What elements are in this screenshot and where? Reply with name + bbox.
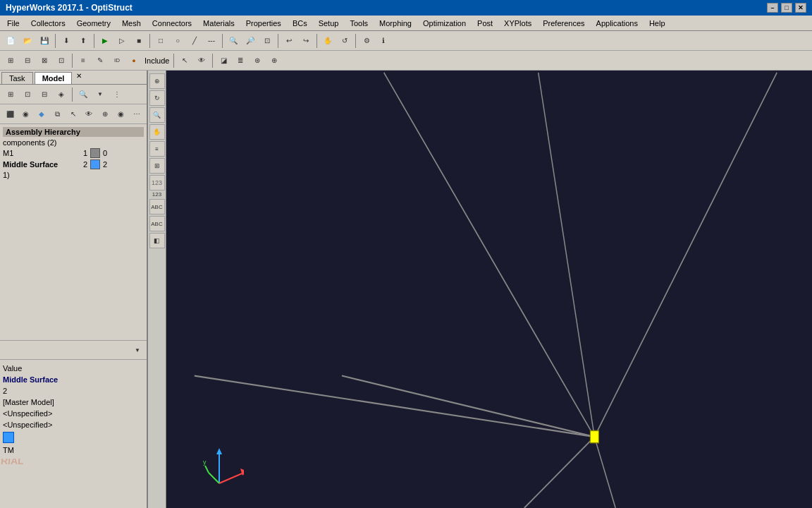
close-button[interactable]: ✕ [795, 3, 806, 13]
menu-preferences[interactable]: Preferences [537, 18, 590, 29]
side-btn-4[interactable]: ✋ [149, 124, 165, 140]
menu-mesh[interactable]: Mesh [116, 18, 147, 29]
lp-btn3[interactable]: ⊟ [37, 87, 52, 102]
tb2-list[interactable]: ≣ [233, 53, 248, 68]
tb-fit[interactable]: ⊡ [259, 33, 275, 49]
side-btn-2[interactable]: ↻ [149, 90, 165, 106]
middlesurface-row[interactable]: Middle Surface 2 2 [3, 159, 144, 169]
side-btn-abc2[interactable]: ABC [149, 216, 165, 231]
lp-btn4[interactable]: ◈ [54, 87, 69, 102]
tb-hand[interactable]: ✋ [320, 33, 336, 49]
menu-setup[interactable]: Setup [313, 18, 345, 29]
tb2-b3[interactable]: ⊠ [37, 53, 52, 68]
menu-collectors[interactable]: Collectors [25, 18, 71, 29]
left-panel: Task Model ✕ ⊞ ⊡ ⊟ ◈ 🔍 ▼ ⋮ ⬛ ◉ ◆ ⧉ ↖ 👁 ⊕… [0, 71, 148, 508]
lp-btn10[interactable]: ⊕ [98, 107, 112, 122]
side-btn-1[interactable]: ⊕ [149, 73, 165, 89]
side-btn-7[interactable]: 123 [149, 175, 165, 190]
tb2-cube[interactable]: ◪ [216, 53, 231, 68]
tb-rect[interactable]: □ [153, 33, 168, 49]
tb2-b1[interactable]: ⊞ [3, 53, 18, 68]
menu-post[interactable]: Post [472, 18, 498, 29]
m1-id: 1 [73, 149, 87, 157]
tb-stop[interactable]: ■ [131, 33, 147, 49]
side-btn-6[interactable]: ⊞ [149, 158, 165, 174]
m1-row[interactable]: M1 1 0 [3, 148, 144, 158]
tb-info[interactable]: ℹ [376, 33, 391, 49]
menu-applications[interactable]: Applications [591, 18, 644, 29]
maximize-button[interactable]: □ [781, 3, 792, 13]
menu-materials[interactable]: Materials [197, 18, 240, 29]
tb-run[interactable]: ▶ [97, 33, 113, 49]
tb2-layers[interactable]: ⊛ [250, 53, 265, 68]
tb2-b8[interactable]: ● [126, 53, 142, 68]
tb-import[interactable]: ⬇ [59, 33, 74, 49]
menu-bcs[interactable]: BCs [287, 18, 313, 29]
lp-expand[interactable]: ⋮ [109, 87, 125, 102]
tb2-b2[interactable]: ⊟ [20, 53, 35, 68]
value-num: 2 [3, 385, 144, 397]
lp-btn1[interactable]: ⊞ [3, 87, 18, 102]
viewport-svg [166, 71, 812, 508]
tb-line[interactable]: ╱ [187, 33, 202, 49]
value-unspec1: <Unspecified> [3, 408, 144, 419]
side-btn-9[interactable]: ◧ [149, 233, 165, 248]
lp-sep1 [72, 87, 73, 102]
sep2 [94, 34, 94, 48]
lp-btn7[interactable]: ◆ [35, 107, 49, 122]
tb-settings[interactable]: ⚙ [359, 33, 374, 49]
lp-collapse-btn[interactable]: ▼ [130, 342, 145, 358]
tab-model[interactable]: Model [35, 72, 73, 84]
menu-tools[interactable]: Tools [344, 18, 374, 29]
tb2-include-label: Include [144, 56, 169, 65]
svg-rect-8 [590, 430, 598, 442]
tb-rotate[interactable]: ↺ [337, 33, 352, 49]
tb-circle[interactable]: ○ [170, 33, 185, 49]
tb-redo[interactable]: ↪ [298, 33, 314, 49]
title-bar-controls[interactable]: – □ ✕ [767, 3, 806, 13]
tb2-b5[interactable]: ≡ [75, 53, 91, 68]
tb-save[interactable]: 💾 [37, 33, 52, 49]
menu-morphing[interactable]: Morphing [374, 18, 417, 29]
menu-optimization[interactable]: Optimization [417, 18, 472, 29]
lp-btn6[interactable]: ◉ [18, 107, 32, 122]
tb-zoomout[interactable]: 🔎 [242, 33, 258, 49]
minimize-button[interactable]: – [767, 3, 778, 13]
lp-dropdown[interactable]: ▼ [92, 87, 108, 102]
m1-color-box [90, 148, 100, 158]
tb2-b7[interactable]: ID [109, 53, 125, 68]
side-btn-3[interactable]: 🔍 [149, 107, 165, 123]
lp-btn5[interactable]: ⬛ [3, 107, 17, 122]
menu-xyplots[interactable]: XYPlots [498, 18, 537, 29]
viewport[interactable]: z x y [166, 71, 812, 508]
tb2-eye[interactable]: 👁 [194, 53, 209, 68]
value-blue-box [3, 432, 14, 443]
lp-btn8[interactable]: ⧉ [50, 107, 64, 122]
lp-btn11[interactable]: ◉ [113, 107, 128, 122]
lp-search[interactable]: 🔍 [75, 87, 91, 102]
tb2-cursor[interactable]: ↖ [177, 53, 192, 68]
tb-new[interactable]: 📄 [3, 33, 18, 49]
tb-open[interactable]: 📂 [20, 33, 35, 49]
tb2-b4[interactable]: ⊡ [54, 53, 69, 68]
tb2-b6[interactable]: ✎ [92, 53, 108, 68]
tb-run2[interactable]: ▷ [114, 33, 130, 49]
m1-name: M1 [3, 149, 73, 157]
tb-undo[interactable]: ↩ [281, 33, 297, 49]
tb-zoomin[interactable]: 🔍 [226, 33, 241, 49]
tab-task[interactable]: Task [1, 72, 33, 84]
menu-connectors[interactable]: Connectors [147, 18, 197, 29]
side-btn-5[interactable]: ≡ [149, 141, 165, 157]
tab-close[interactable]: ✕ [76, 72, 82, 84]
tb-export[interactable]: ⬆ [75, 33, 91, 49]
tb2-b9[interactable]: ⊕ [266, 53, 282, 68]
menu-help[interactable]: Help [644, 18, 671, 29]
lp-btn9[interactable]: 👁 [82, 107, 96, 122]
menu-file[interactable]: File [1, 18, 25, 29]
tb-dash[interactable]: --- [204, 33, 219, 49]
lp-btn12[interactable]: ⋯ [130, 107, 144, 122]
side-btn-abc1[interactable]: ABC [149, 199, 165, 214]
menu-properties[interactable]: Properties [240, 18, 287, 29]
lp-btn2[interactable]: ⊡ [20, 87, 35, 102]
menu-geometry[interactable]: Geometry [71, 18, 116, 29]
